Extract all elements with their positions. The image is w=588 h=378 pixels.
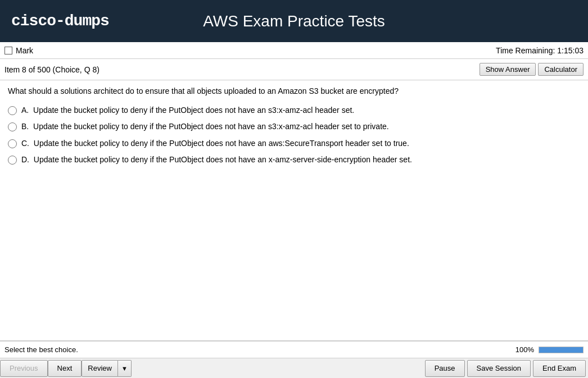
answer-label-b[interactable]: B. Update the bucket policy to deny if t…: [21, 121, 389, 133]
question-buttons: Show Answer Calculator: [480, 63, 584, 76]
mark-label[interactable]: Mark: [4, 46, 33, 55]
logo: cisco-dumps: [11, 12, 109, 30]
answer-option-d[interactable]: D. Update the bucket policy to deny if t…: [8, 154, 580, 166]
option-letter-a: A.: [21, 106, 29, 115]
option-letter-c: C.: [21, 139, 29, 148]
review-button[interactable]: Review: [82, 360, 118, 377]
mark-text: Mark: [16, 46, 33, 55]
time-remaining: Time Remaining: 1:15:03: [496, 46, 584, 55]
option-text-b: Update the bucket policy to deny if the …: [33, 122, 389, 131]
radio-b[interactable]: [8, 122, 17, 131]
question-header: Item 8 of 500 (Choice, Q 8) Show Answer …: [0, 59, 588, 80]
answer-option-a[interactable]: A. Update the bucket policy to deny if t…: [8, 105, 580, 116]
review-button-wrapper: Review ▼: [82, 360, 132, 377]
option-text-d: Update the bucket policy to deny if the …: [34, 155, 412, 164]
progress-percent: 100%: [515, 345, 534, 354]
bottom-nav: Previous Next Review ▼ Pause Save Sessio…: [0, 358, 588, 378]
option-text-c: Update the bucket policy to deny if the …: [34, 139, 409, 148]
status-bar: Select the best choice. 100%: [0, 341, 588, 358]
option-letter-d: D.: [21, 155, 29, 164]
option-text-a: Update the bucket policy to deny if the …: [33, 106, 354, 115]
scrollable-area[interactable]: What should a solutions architect do to …: [0, 80, 588, 340]
show-answer-button[interactable]: Show Answer: [480, 63, 536, 76]
option-letter-b: B.: [21, 122, 29, 131]
mark-checkbox[interactable]: [4, 47, 12, 54]
review-dropdown-button[interactable]: ▼: [118, 360, 132, 377]
header-title: AWS Exam Practice Tests: [203, 12, 385, 30]
answer-option-b[interactable]: B. Update the bucket policy to deny if t…: [8, 121, 580, 133]
previous-button[interactable]: Previous: [0, 360, 48, 377]
calculator-button[interactable]: Calculator: [538, 63, 584, 76]
radio-a[interactable]: [8, 106, 17, 115]
content-wrapper: What should a solutions architect do to …: [0, 80, 588, 341]
next-button[interactable]: Next: [48, 360, 82, 377]
header: cisco-dumps AWS Exam Practice Tests: [0, 0, 588, 42]
answer-label-c[interactable]: C. Update the bucket policy to deny if t…: [21, 138, 409, 149]
answer-option-c[interactable]: C. Update the bucket policy to deny if t…: [8, 138, 580, 149]
progress-bar-fill: [539, 347, 583, 353]
question-text: What should a solutions architect do to …: [8, 86, 580, 97]
save-session-button[interactable]: Save Session: [467, 360, 531, 377]
radio-d[interactable]: [8, 156, 17, 165]
progress-area: 100%: [515, 345, 584, 354]
answer-label-d[interactable]: D. Update the bucket policy to deny if t…: [21, 154, 412, 166]
answer-label-a[interactable]: A. Update the bucket policy to deny if t…: [21, 105, 354, 116]
radio-c[interactable]: [8, 139, 17, 148]
mark-bar: Mark Time Remaining: 1:15:03: [0, 42, 588, 59]
bottom-right-nav: Pause Save Session End Exam: [425, 360, 588, 377]
end-exam-button[interactable]: End Exam: [533, 360, 586, 377]
item-info: Item 8 of 500 (Choice, Q 8): [4, 65, 99, 74]
bottom-left-nav: Previous Next Review ▼: [0, 360, 132, 377]
status-text: Select the best choice.: [4, 345, 78, 354]
pause-button[interactable]: Pause: [425, 360, 465, 377]
progress-bar-container: [539, 347, 584, 353]
